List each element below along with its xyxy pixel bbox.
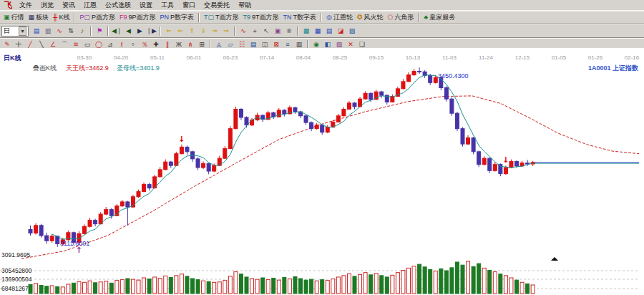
volume-bar-up (493, 272, 497, 294)
volume-bar-up (153, 277, 157, 294)
toolbar-button-label: 皇家服务 (429, 13, 455, 22)
period-tool-icon-2-2[interactable]: ▶ (135, 26, 145, 37)
toolbar-button-风火轮[interactable]: ✪风火轮 (355, 12, 386, 23)
period-tool-icon-3-5[interactable]: ⇒ (221, 26, 231, 37)
toolbar-button-T画方形[interactable]: T▢T画方形 (202, 12, 241, 23)
toolbar-button-皇家服务[interactable]: ♣皇家服务 (421, 12, 457, 23)
period-tool-icon-4-0[interactable]: ∿ (238, 26, 248, 37)
ma-line-teal (52, 75, 533, 239)
period-tool-icon-5-1[interactable]: ▦ (313, 26, 323, 37)
volume-bar-up (347, 274, 351, 294)
candlestick-chart[interactable]: 03-3004-2005-1106-0106-2307-1408-0408-25… (0, 48, 644, 295)
period-tool-icon-4-3[interactable]: ▣ (273, 26, 283, 37)
period-combo[interactable]: 日 ▼ (1, 26, 29, 37)
menu-item-0[interactable]: 文件 (15, 1, 36, 10)
candle-body (504, 168, 507, 174)
period-tool-icon-0-2[interactable]: ∿ (54, 26, 64, 37)
candle-body (213, 165, 216, 171)
toolbar-button-行情[interactable]: ▣行情 (1, 12, 26, 23)
candle-body (401, 82, 405, 89)
candle-body (380, 92, 384, 95)
toolbar-button-label: 江恩轮 (333, 13, 353, 22)
candle-body (45, 236, 49, 241)
period-tool-icon-5-4[interactable]: ▧ (347, 26, 357, 37)
toolbar-button-P数字表[interactable]: PNP数字表 (158, 12, 197, 23)
volume-bar-up (218, 282, 221, 294)
volume-bar-down (450, 268, 454, 294)
toolbar-separator (234, 26, 235, 36)
toolbar-button-label: 9P画方形 (128, 13, 155, 22)
period-tool-icon-2-1[interactable]: ◀ (123, 26, 133, 37)
volume-bar-down (461, 265, 464, 294)
toolbar-separator (198, 13, 200, 22)
period-combo-value: 日 (4, 26, 10, 36)
period-tool-icon-0-4[interactable]: ♪ (77, 26, 87, 37)
volume-bar-down (72, 283, 75, 294)
period-tool-icon-3-0[interactable]: ⇐ (164, 26, 174, 37)
legend-line-2: 圣母线=3401.9 (117, 64, 160, 72)
candle-body (120, 202, 124, 206)
toolbar-button-label: P数字表 (170, 13, 194, 22)
volume-bar-up (83, 282, 87, 294)
toolbar-button-9T画方形[interactable]: T99T画方形 (241, 12, 281, 23)
menu-item-9[interactable]: 帮助 (234, 1, 255, 10)
period-tool-icon-4-1[interactable]: ＋ (250, 26, 260, 37)
toolbar-button-K线[interactable]: ╫K线 (51, 12, 72, 23)
chart-area[interactable]: 03-3004-2005-1106-0106-2307-1408-0408-25… (0, 48, 644, 295)
period-tool-icon-4-4[interactable]: ❀ (284, 26, 294, 37)
volume-bar-down (169, 277, 172, 294)
period-tool-icon-0-1[interactable]: ▥ (43, 26, 53, 37)
toolbar-button-板块[interactable]: ▦板块 (26, 12, 52, 23)
candle-body (137, 192, 140, 197)
app-window: 飞 文件浏览资讯江恩公式选股设置工具窗口交易委托帮助 ▣行情▦板块╫K线P▢P画… (0, 0, 644, 295)
menu-item-2[interactable]: 资讯 (58, 1, 79, 10)
candle-body (369, 93, 373, 100)
period-tool-icon-2-0[interactable]: ◀❘ (112, 26, 122, 37)
volume-bar-down (29, 284, 32, 294)
candle-body (515, 161, 519, 165)
candle-body (94, 221, 97, 224)
candle-body (482, 158, 486, 165)
period-tool-icon-0-0[interactable]: ▤ (31, 26, 42, 37)
volume-bar-down (429, 269, 432, 294)
volume-bar-up (213, 282, 216, 294)
candle-body (461, 129, 464, 144)
menu-item-8[interactable]: 交易委托 (200, 1, 234, 10)
period-tool-icon-5-3[interactable]: ◪ (336, 26, 346, 37)
candle-body (493, 165, 497, 171)
period-tool-icon-1-0[interactable]: ⚑ (94, 26, 104, 37)
toolbar-button-江恩轮[interactable]: ◎江恩轮 (324, 12, 355, 23)
period-tab-label[interactable]: 日K线 (4, 54, 21, 62)
toolbar-button-9P画方形[interactable]: F99P画方形 (117, 12, 158, 23)
menu-item-5[interactable]: 设置 (135, 1, 157, 10)
period-tool-icon-3-2[interactable]: ⇑ (187, 26, 197, 37)
toolbar-button-P画方形[interactable]: P▢P画方形 (77, 12, 117, 23)
toolbar-button-六角形[interactable]: ⬡六角形 (385, 12, 416, 23)
chevron-down-icon[interactable]: ▼ (19, 26, 26, 36)
menu-item-3[interactable]: 江恩 (79, 1, 101, 10)
candle-body (245, 117, 248, 125)
candle-body (88, 221, 92, 227)
period-tool-icon-2-3[interactable]: ❘▶ (146, 26, 156, 37)
period-tool-icon-3-3[interactable]: ⇓ (198, 26, 208, 37)
volume-bar-up (99, 282, 102, 294)
menu-item-6[interactable]: 工具 (157, 1, 178, 10)
menu-item-7[interactable]: 窗口 (178, 1, 200, 10)
period-tool-icon-3-4[interactable]: ⇒ (210, 26, 220, 37)
toolbar-button-T数字表[interactable]: TNT数字表 (281, 12, 319, 23)
period-tool-icon-5-0[interactable]: ▦ (301, 26, 311, 37)
period-tool-icon-3-1[interactable]: ⇐ (175, 26, 185, 37)
menu-item-4[interactable]: 公式选股 (101, 1, 135, 10)
period-tool-icon-4-2[interactable]: ↖ (261, 26, 271, 37)
volume-bar-down (239, 274, 243, 294)
period-tool-icon-0-3[interactable]: ⇅ (66, 26, 76, 37)
volume-bar-up (467, 261, 470, 294)
toolbar-button-label: T数字表 (293, 13, 317, 22)
candle-body (455, 113, 459, 128)
date-tick-label: 12-15 (515, 54, 530, 61)
candle-body (407, 75, 411, 82)
volume-bar-up (266, 280, 270, 294)
toolbar-button-label: 板块 (36, 13, 49, 22)
menu-item-1[interactable]: 浏览 (36, 1, 58, 10)
period-tool-icon-5-2[interactable]: ▤ (324, 26, 334, 37)
